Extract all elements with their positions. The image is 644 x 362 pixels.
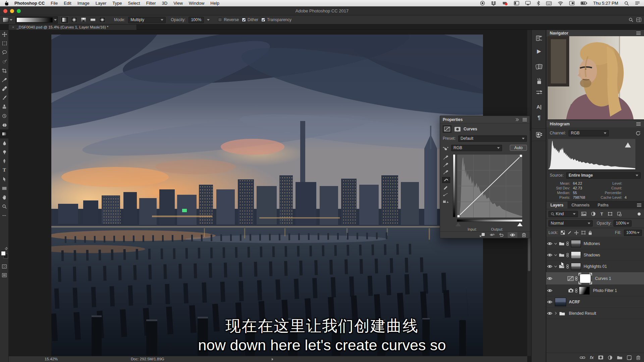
linear-gradient-button[interactable] xyxy=(61,16,69,23)
gradient-preview[interactable] xyxy=(16,17,53,22)
bluetooth-icon[interactable] xyxy=(537,1,540,6)
new-adjustment-layer-icon[interactable] xyxy=(608,355,612,360)
new-layer-icon[interactable] xyxy=(627,355,632,360)
blend-mode-layers-select[interactable]: Normal xyxy=(548,220,593,227)
layer-styles-fx-icon[interactable]: fx xyxy=(590,355,594,360)
swap-colors-icon[interactable] xyxy=(5,247,8,250)
auto-button[interactable]: Auto xyxy=(510,145,527,151)
layers-opacity-input[interactable]: 100% xyxy=(613,220,632,227)
layer-mask-thumbnail[interactable] xyxy=(580,274,591,283)
actions-panel-icon[interactable]: ▶ xyxy=(532,45,546,57)
filter-kind-select[interactable]: Kind xyxy=(548,211,578,217)
quick-mask-icon[interactable] xyxy=(0,262,9,271)
visibility-eye-icon[interactable] xyxy=(546,265,553,268)
tab-paths[interactable]: Paths xyxy=(594,201,613,208)
app-window-icon[interactable] xyxy=(569,1,575,5)
expand-group-chevron-icon[interactable] xyxy=(554,243,557,245)
properties-menu-icon[interactable] xyxy=(523,117,527,122)
mask-link-icon[interactable] xyxy=(575,276,578,281)
angle-gradient-button[interactable] xyxy=(79,16,88,23)
lock-transparency-icon[interactable] xyxy=(561,231,565,235)
canvas-photo[interactable] xyxy=(51,35,483,356)
lock-pixels-icon[interactable] xyxy=(568,231,572,235)
menu-image[interactable]: Image xyxy=(77,1,90,6)
airplay-icon[interactable] xyxy=(525,1,531,5)
opacity-chevron[interactable] xyxy=(207,19,210,21)
gray-point-eyedropper-icon[interactable] xyxy=(441,161,451,168)
navigator-panel-header[interactable]: Navigator xyxy=(546,30,644,37)
layer-name[interactable]: Curves 1 xyxy=(595,276,611,281)
filter-pixel-layers-icon[interactable] xyxy=(580,212,588,216)
visibility-eye-icon[interactable] xyxy=(546,300,553,304)
link-layers-icon[interactable] xyxy=(580,356,585,359)
character-panel-icon[interactable]: A| xyxy=(532,101,546,112)
eraser-tool[interactable] xyxy=(0,120,9,129)
history-brush-tool[interactable] xyxy=(0,111,9,120)
histogram-channel-select[interactable]: RGB xyxy=(569,130,609,136)
zoom-tool[interactable] xyxy=(0,202,9,211)
quick-selection-tool[interactable] xyxy=(0,57,9,66)
preset-select[interactable]: Default xyxy=(458,135,527,142)
filter-type-layers-icon[interactable]: T xyxy=(599,212,604,217)
battery-icon[interactable] xyxy=(581,1,587,5)
mask-link-icon[interactable] xyxy=(575,288,578,293)
layer-thumbnail[interactable] xyxy=(555,298,566,306)
visibility-eye-icon[interactable] xyxy=(546,277,553,280)
collapsed-group-chevron-icon[interactable] xyxy=(555,312,557,315)
dropbox-icon[interactable] xyxy=(491,1,496,6)
properties-dock-icon[interactable] xyxy=(532,128,546,141)
wifi-icon[interactable] xyxy=(558,1,563,5)
brush-settings-panel-icon[interactable] xyxy=(532,87,546,98)
screen-record-icon[interactable] xyxy=(502,1,508,6)
marquee-tool[interactable] xyxy=(0,39,9,48)
new-group-icon[interactable] xyxy=(617,355,623,360)
foreground-color-swatch[interactable] xyxy=(1,251,6,256)
menu-edit[interactable]: Edit xyxy=(64,1,71,6)
layer-name[interactable]: Blended Result xyxy=(569,311,596,316)
refresh-histogram-icon[interactable] xyxy=(636,131,641,136)
crop-tool[interactable] xyxy=(0,66,9,75)
menu-photoshop[interactable]: Photoshop CC xyxy=(14,1,45,6)
sidebar-toggle-icon[interactable] xyxy=(514,1,519,5)
layer-row-acrf[interactable]: ACRF xyxy=(546,296,644,308)
visibility-eye-icon[interactable] xyxy=(546,242,553,245)
layer-name[interactable]: Photo Filter 1 xyxy=(593,288,617,293)
history-panel-icon[interactable] xyxy=(532,33,546,44)
tab-channels[interactable]: Channels xyxy=(568,201,594,208)
close-tab-icon[interactable]: × xyxy=(12,25,14,29)
channel-select[interactable]: RGB xyxy=(451,145,502,151)
menu-window[interactable]: Window xyxy=(189,1,204,6)
gradient-picker-chevron[interactable] xyxy=(54,19,57,21)
collapse-panel-icon[interactable] xyxy=(515,118,519,121)
filter-smart-objects-icon[interactable] xyxy=(616,212,623,216)
layer-row-photofilter[interactable]: Photo Filter 1 xyxy=(546,285,644,296)
layer-mask-icon[interactable] xyxy=(454,127,461,132)
brushes-panel-icon[interactable] xyxy=(532,75,546,87)
curves-layer-icon[interactable] xyxy=(568,276,574,281)
layer-name[interactable]: ACRF xyxy=(569,300,580,304)
zoom-level-field[interactable]: 15.42% xyxy=(45,357,58,361)
path-selection-tool[interactable] xyxy=(0,175,9,184)
menu-select[interactable]: Select xyxy=(128,1,140,6)
shape-tool[interactable] xyxy=(0,184,9,193)
tool-preset-picker[interactable] xyxy=(3,17,12,22)
highlight-input-slider[interactable] xyxy=(517,223,523,226)
fill-input[interactable]: 100% xyxy=(624,230,642,236)
tab-layers[interactable]: Layers xyxy=(546,201,568,208)
transparency-checkbox[interactable]: Transparency xyxy=(261,17,291,22)
mask-link-icon[interactable] xyxy=(566,241,569,246)
shadow-input-slider[interactable] xyxy=(455,223,461,226)
dodge-tool[interactable] xyxy=(0,147,9,157)
layers-menu-icon[interactable] xyxy=(637,203,641,207)
workspace-switcher-icon[interactable] xyxy=(636,17,641,22)
brush-tool[interactable] xyxy=(0,93,9,102)
visibility-eye-icon[interactable] xyxy=(546,289,553,292)
blend-mode-select[interactable]: Multiply xyxy=(128,17,166,23)
histogram-panel-header[interactable]: Histogram xyxy=(546,120,644,127)
blur-tool[interactable] xyxy=(0,138,9,147)
layer-row-midtones[interactable]: Midtones xyxy=(546,238,644,249)
view-previous-state-icon[interactable] xyxy=(489,233,495,237)
mask-link-icon[interactable] xyxy=(566,264,569,269)
layer-name[interactable]: Midtones xyxy=(584,241,600,246)
clone-stamp-tool[interactable] xyxy=(0,102,9,111)
